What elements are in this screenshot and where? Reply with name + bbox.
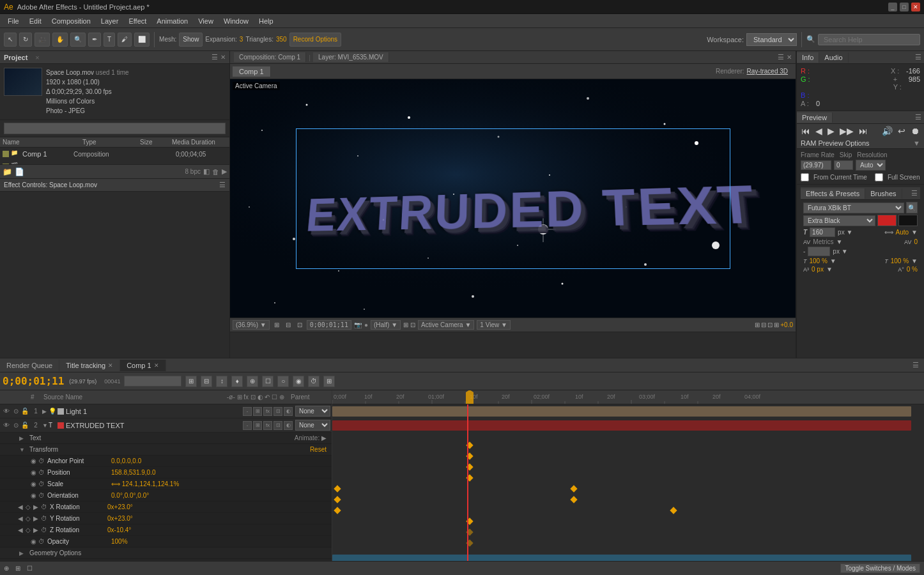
tl-btn-5[interactable]: ⊕ <box>247 376 258 387</box>
timeline-menu-icon[interactable]: ☰ <box>907 361 924 369</box>
ram-preview-btn[interactable]: ⏺ <box>909 126 921 136</box>
baseline-dropdown[interactable]: ▼ <box>826 266 833 273</box>
audio-toggle-btn[interactable]: 🔊 <box>880 126 895 136</box>
text-expand[interactable]: ▶ <box>19 435 27 441</box>
layer2-solo[interactable]: ⊙ <box>12 418 20 433</box>
xrot-kf[interactable]: ◇ <box>26 503 33 510</box>
zrot-stopwatch[interactable]: ⏱ <box>41 526 50 533</box>
yrot-kf[interactable]: ◇ <box>26 515 33 522</box>
font-search-btn[interactable]: 🔍 <box>906 202 918 213</box>
loop-btn[interactable]: ↩ <box>896 126 907 136</box>
tab-effects[interactable]: Effects & Presets <box>801 188 865 199</box>
stroke-color-box[interactable] <box>898 215 918 226</box>
text-color-box[interactable] <box>877 215 897 226</box>
layer1-bar[interactable] <box>332 406 911 417</box>
metrics-dropdown[interactable]: ▼ <box>836 238 843 245</box>
layer1-mode[interactable]: None <box>295 406 330 417</box>
scale-stopwatch[interactable]: ⏱ <box>38 480 47 487</box>
font-family-select[interactable]: Futura XBlk BT <box>803 203 904 213</box>
mesh-show-btn[interactable]: Show <box>179 33 203 47</box>
layer-row-1[interactable]: 👁 ⊙ 🔓 1 ▶ 💡 Light 1 - ⊞ fx ⊡ ◐ None <box>0 404 332 418</box>
xrot-nav-left[interactable]: ◀ <box>18 503 26 510</box>
layer1-sw2[interactable]: ⊞ <box>253 407 262 416</box>
anchor-val[interactable]: 0.0,0.0,0.0 <box>111 457 141 464</box>
tool-pen[interactable]: ✒ <box>88 33 101 47</box>
project-search-input[interactable] <box>4 123 226 134</box>
layer1-lock[interactable]: 🔓 <box>20 404 29 418</box>
play-btn[interactable]: ▶ <box>826 126 836 136</box>
ram-preview-dropdown[interactable]: RAM Preview Options ▼ <box>797 138 924 149</box>
pos-stopwatch[interactable]: ⏱ <box>38 469 47 476</box>
tl-btn-1[interactable]: ⊞ <box>185 376 197 387</box>
layer2-expand[interactable]: ▼ <box>42 422 49 429</box>
menu-layer[interactable]: Layer <box>96 16 124 26</box>
tool-shape[interactable]: ⬜ <box>134 33 150 47</box>
font-size-input[interactable] <box>810 227 835 237</box>
tab-brushes[interactable]: Brushes <box>865 188 902 199</box>
tab-preview[interactable]: Preview <box>797 112 833 123</box>
layer2-bar[interactable] <box>332 420 911 431</box>
layer2-sw2[interactable]: ⊞ <box>253 421 262 430</box>
viewer-btn-3[interactable]: ⊡ <box>295 321 304 328</box>
orient-val[interactable]: 0.0°,0.0°,0.0° <box>111 492 149 499</box>
zrot-kf[interactable]: ◇ <box>26 526 33 533</box>
geometry-expand[interactable]: ▶ <box>19 550 27 556</box>
pos-val[interactable]: 158.8,531.9,0.0 <box>111 469 156 476</box>
tool-camera[interactable]: 🎥 <box>35 33 50 47</box>
layer1-expand[interactable]: ▶ <box>42 408 49 415</box>
skip-to-start-btn[interactable]: ⏮ <box>799 126 812 136</box>
skip-to-end-btn[interactable]: ⏭ <box>857 126 870 136</box>
preview-panel-menu[interactable]: ☰ <box>912 113 924 121</box>
forward-icon[interactable]: ▶ <box>222 167 227 176</box>
menu-composition[interactable]: Composition <box>47 16 96 26</box>
tab-comp1[interactable]: Comp 1 ✕ <box>120 360 166 371</box>
effect-panel-menu-icon[interactable]: ☰ <box>219 181 226 189</box>
anchor-stopwatch[interactable]: ⏱ <box>38 457 47 464</box>
zoom-indicator[interactable]: (36.9%) ▼ <box>233 320 270 330</box>
viewer-safe-icon[interactable]: ⊡ <box>410 321 415 328</box>
timeline-search-input[interactable] <box>124 376 181 387</box>
metrics-label[interactable]: Metrics <box>813 238 833 245</box>
zrot-nav-left[interactable]: ◀ <box>18 526 26 533</box>
timeline-ruler[interactable]: 0;00f 10f 20f 01;00f 10f 20f 02;00f 10f … <box>332 390 924 404</box>
viewer-grid-icon[interactable]: ⊞ <box>403 321 408 328</box>
xrot-stopwatch[interactable]: ⏱ <box>41 503 50 510</box>
layer3-bar[interactable] <box>332 555 911 561</box>
tab-audio[interactable]: Audio <box>819 52 848 63</box>
maximize-button[interactable]: □ <box>900 3 909 12</box>
expansion-value[interactable]: 3 <box>240 36 243 43</box>
xrot-val[interactable]: 0x+23.0° <box>107 503 133 510</box>
next-frame-btn[interactable]: ▶▶ <box>838 126 856 136</box>
layer2-sw3[interactable]: fx <box>263 421 272 430</box>
tl-btn-3[interactable]: ↕ <box>216 376 227 387</box>
tool-pan[interactable]: ✋ <box>52 33 68 47</box>
animate-label[interactable]: Animate: ▶ <box>295 434 327 441</box>
full-screen-check[interactable] <box>875 173 883 181</box>
viewer-menu-icon[interactable]: ☰ <box>778 53 784 61</box>
tracking-value[interactable]: Auto <box>896 229 909 236</box>
bits-icon[interactable]: ◧ <box>203 167 210 176</box>
tool-text[interactable]: T <box>104 33 115 47</box>
close-button[interactable]: ✕ <box>911 3 920 12</box>
kf-zrot-start[interactable] <box>334 507 341 514</box>
layer1-solo[interactable]: ⊙ <box>12 404 20 418</box>
pos-kf-toggle[interactable]: ◉ <box>31 469 38 476</box>
layer1-sw5[interactable]: ◐ <box>284 407 293 416</box>
kerning-val[interactable]: 0 <box>914 238 918 245</box>
kf-zrot-mid[interactable] <box>670 507 677 514</box>
search-input[interactable] <box>818 34 920 45</box>
menu-file[interactable]: File <box>3 16 24 26</box>
opacity-val[interactable]: 100% <box>111 538 128 545</box>
render-icon-4[interactable]: ⊞ <box>774 321 779 328</box>
tab-info[interactable]: Info <box>797 52 819 63</box>
timeline-expand-btn[interactable]: ⊞ <box>15 565 20 572</box>
resolution-select[interactable]: Auto <box>856 160 886 171</box>
viewer-btn-2[interactable]: ⊟ <box>284 321 293 328</box>
xrot-nav-right[interactable]: ▶ <box>33 503 41 510</box>
timeline-add-btn[interactable]: ⊕ <box>4 565 9 572</box>
prev-frame-btn[interactable]: ◀ <box>813 126 824 136</box>
leading-input[interactable] <box>808 247 830 256</box>
tool-brush[interactable]: 🖌 <box>118 33 132 47</box>
menu-animation[interactable]: Animation <box>151 16 193 26</box>
transform-reset[interactable]: Reset <box>310 446 327 453</box>
